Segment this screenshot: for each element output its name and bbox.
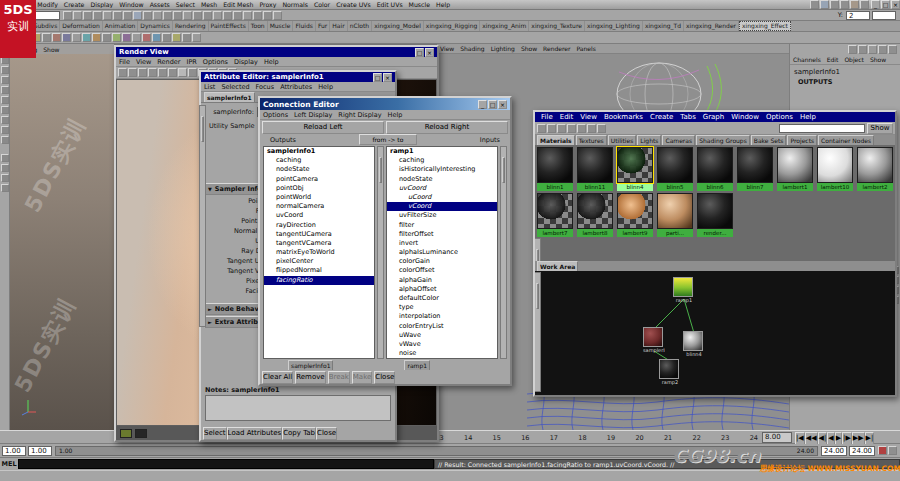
connection-editor-menu-item[interactable]: Options: [260, 111, 291, 119]
input-attribute-item[interactable]: type: [387, 303, 497, 312]
material-swatch-tile[interactable]: [777, 147, 813, 183]
panel-menu-item[interactable]: Renderer: [540, 45, 573, 52]
status-icon[interactable]: [113, 11, 122, 20]
input-attribute-item[interactable]: vWave: [387, 340, 497, 349]
panel-menu-item[interactable]: Shading: [457, 45, 487, 52]
status-icon[interactable]: [173, 11, 182, 20]
pause-ipr-icon[interactable]: [158, 68, 167, 77]
command-line-mode[interactable]: MEL: [0, 460, 18, 468]
work-area-node-blinn4-tile[interactable]: [683, 331, 703, 351]
make-button[interactable]: Make: [352, 371, 372, 384]
input-attribute-item[interactable]: uvCoord: [387, 184, 497, 193]
shelf-icon[interactable]: [82, 33, 91, 42]
notes-textarea[interactable]: [205, 395, 391, 421]
material-swatch-tile[interactable]: [537, 193, 573, 229]
redo-render-icon[interactable]: [118, 68, 127, 77]
restore-button[interactable]: □: [415, 48, 424, 57]
input-attribute-item[interactable]: filter: [387, 221, 497, 230]
shelf-tab[interactable]: Toon: [249, 21, 268, 31]
input-attribute-item[interactable]: noise: [387, 349, 497, 358]
alpha-channel-icon[interactable]: [188, 68, 197, 77]
menu-item[interactable]: Display: [87, 1, 116, 8]
attribute-editor-menu-item[interactable]: Focus: [253, 83, 278, 91]
shelf-icon[interactable]: [112, 33, 121, 42]
shelf-icon[interactable]: [62, 33, 71, 42]
inputs-scrollbar[interactable]: [500, 146, 507, 359]
material-swatch[interactable]: lambert10: [817, 147, 855, 191]
menu-item[interactable]: Normals: [279, 1, 311, 8]
menu-item[interactable]: Create UVs: [333, 1, 374, 8]
material-swatch-tile[interactable]: [537, 147, 573, 183]
hypershade-menu-item[interactable]: Tabs: [677, 113, 699, 121]
four-pane-layout-icon[interactable]: [1, 164, 9, 172]
attribute-editor-scrollbar[interactable]: [199, 105, 206, 327]
input-attribute-item[interactable]: filterOffset: [387, 230, 497, 239]
anim-prefs-button[interactable]: [888, 446, 897, 455]
shelf-tab[interactable]: Fur: [316, 21, 330, 31]
input-connections-icon[interactable]: [577, 124, 586, 133]
channel-box-menu-item[interactable]: Object: [841, 56, 867, 63]
break-button[interactable]: Break: [328, 371, 350, 384]
material-swatch[interactable]: blinn1: [537, 147, 575, 191]
hypershade-menu-item[interactable]: Graph: [700, 113, 727, 121]
maximize-button[interactable]: □: [881, 0, 890, 9]
close-button[interactable]: ×: [425, 48, 434, 57]
shelf-tab[interactable]: Animation: [103, 21, 139, 31]
direction-selector[interactable]: from -> to: [359, 134, 417, 145]
menu-item[interactable]: Edit UVs: [374, 1, 406, 8]
hypershade-menu-item[interactable]: Window: [728, 113, 762, 121]
output-attribute-item[interactable]: uvCoord: [264, 211, 374, 220]
shelf-icon[interactable]: [142, 33, 151, 42]
output-attribute-item[interactable]: pixelCenter: [264, 257, 374, 266]
material-swatch-tile[interactable]: [577, 193, 613, 229]
close-ipr-icon[interactable]: [168, 68, 177, 77]
material-swatch-tile[interactable]: [657, 147, 693, 183]
status-icon[interactable]: [223, 11, 232, 20]
shelf-tab[interactable]: Deformation: [60, 21, 102, 31]
select-button[interactable]: Select: [203, 427, 227, 440]
input-attribute-item[interactable]: isHistoricallyInteresting: [387, 165, 497, 174]
status-icon[interactable]: [193, 11, 202, 20]
menu-item[interactable]: Assets: [147, 1, 173, 8]
render-view-menu-item[interactable]: IPR: [183, 58, 199, 66]
render-view-titlebar[interactable]: Render View □×: [116, 47, 437, 57]
rotate-tool-icon[interactable]: [1, 86, 9, 94]
persp-outliner-layout-icon[interactable]: [1, 184, 9, 192]
left-viewport[interactable]: LightingShow: [10, 44, 114, 430]
maximize-button[interactable]: □: [488, 100, 497, 109]
menu-item[interactable]: Muscle: [406, 1, 433, 8]
output-attribute-item[interactable]: caching: [264, 156, 374, 165]
rearrange-graph-icon[interactable]: [567, 124, 576, 133]
hypershade-tab[interactable]: Textures: [576, 135, 607, 145]
status-icon[interactable]: [233, 11, 242, 20]
ipr-render-icon[interactable]: [148, 68, 157, 77]
output-attribute-item[interactable]: samplerInfo1: [264, 147, 374, 156]
status-icon[interactable]: [810, 0, 819, 9]
playback-end-field[interactable]: 24.00: [821, 446, 847, 456]
shelf-icon[interactable]: [162, 33, 171, 42]
hypershade-filter-field[interactable]: [779, 124, 865, 133]
output-attribute-item[interactable]: pointCamera: [264, 175, 374, 184]
panel-menu-item[interactable]: Lighting: [488, 45, 518, 52]
hypershade-persp-layout-icon[interactable]: [1, 174, 9, 182]
shelf-icon[interactable]: [132, 33, 141, 42]
shelf-tab[interactable]: xingxing_Td: [643, 21, 684, 31]
status-icon[interactable]: [830, 0, 839, 9]
work-area-node-ramp2[interactable]: ramp2: [659, 359, 681, 385]
panel-menu-item[interactable]: View: [437, 45, 457, 52]
anim-end-field[interactable]: 24.00: [849, 446, 875, 456]
status-icon[interactable]: [183, 11, 192, 20]
status-icon[interactable]: [133, 11, 142, 20]
status-icon[interactable]: [163, 11, 172, 20]
status-icon[interactable]: [143, 11, 152, 20]
single-pane-layout-icon[interactable]: [1, 154, 9, 162]
shelf-icon[interactable]: [182, 33, 191, 42]
hypershade-tab[interactable]: Materials: [537, 135, 575, 145]
load-attributes-button[interactable]: Load Attributes: [227, 427, 283, 440]
shelf-tab[interactable]: Dynamics: [138, 21, 173, 31]
bg-color-swatch[interactable]: [135, 429, 147, 438]
minimize-button[interactable]: _: [478, 100, 487, 109]
command-line-input[interactable]: [18, 459, 434, 469]
status-icon[interactable]: [123, 11, 132, 20]
panel-icon[interactable]: [848, 45, 857, 54]
